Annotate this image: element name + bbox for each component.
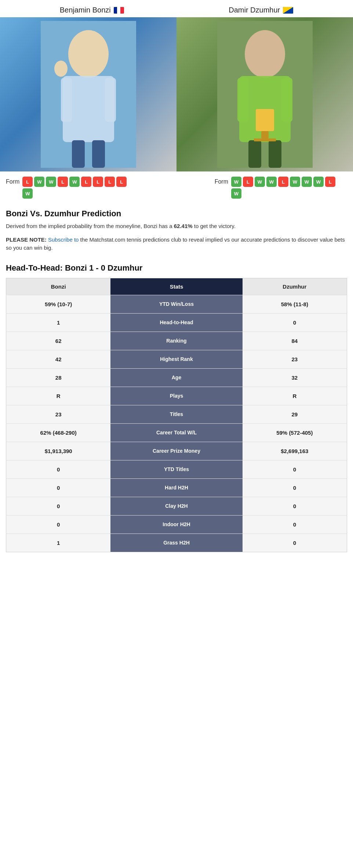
stat-label: Career Prize Money (110, 442, 242, 460)
dzumhur-value: 29 (243, 405, 347, 423)
stat-label: Ranking (110, 332, 242, 350)
dzumhur-value: 0 (243, 460, 347, 478)
form-badge: L (105, 177, 115, 187)
svg-point-9 (245, 30, 285, 78)
table-row: 1Head-to-Head0 (6, 313, 347, 332)
dzumhur-value: $2,699,163 (243, 442, 347, 460)
table-row: 62Ranking84 (6, 332, 347, 350)
stat-label: Plays (110, 387, 242, 405)
stats-table: Bonzi Stats Dzumhur 59% (10-7)YTD Win/Lo… (6, 278, 347, 552)
form-badge: L (325, 177, 335, 187)
form-badge: W (313, 177, 324, 187)
note-prefix: PLEASE NOTE: (6, 236, 48, 243)
bonzi-value: 28 (6, 368, 111, 387)
stat-label: Hard H2H (110, 478, 242, 497)
player1-form-group: Form LWWLWLLLLW (6, 177, 138, 199)
stat-label: Head-to-Head (110, 313, 242, 332)
player2-photo (176, 17, 353, 171)
table-row: 0Hard H2H0 (6, 478, 347, 497)
svg-point-7 (54, 61, 68, 77)
stat-label: YTD Win/Loss (110, 295, 242, 313)
players-header: Benjamin Bonzi Damir Dzumhur (0, 0, 353, 17)
form-badge: W (22, 188, 33, 199)
bonzi-value: 1 (6, 313, 111, 332)
dzumhur-value: R (243, 387, 347, 405)
form-badge: W (266, 177, 277, 187)
svg-rect-4 (105, 78, 116, 122)
stat-label: Career Total W/L (110, 423, 242, 442)
table-row: 42Highest Rank23 (6, 350, 347, 368)
form-badge: W (231, 177, 241, 187)
svg-rect-17 (254, 138, 276, 141)
dzumhur-value: 84 (243, 332, 347, 350)
form-badge: W (255, 177, 265, 187)
dzumhur-value: 0 (243, 534, 347, 552)
table-header-stats: Stats (110, 278, 242, 295)
svg-rect-11 (237, 78, 248, 122)
player2-name: Damir Dzumhur (229, 6, 280, 14)
stat-label: Age (110, 368, 242, 387)
bonzi-value: R (6, 387, 111, 405)
table-row: 0Clay H2H0 (6, 497, 347, 515)
dzumhur-value: 58% (11-8) (243, 295, 347, 313)
subscribe-link[interactable]: Subscribe to (48, 236, 79, 243)
bonzi-value: 62% (468-290) (6, 423, 111, 442)
svg-rect-5 (72, 140, 85, 168)
stat-label: Indoor H2H (110, 515, 242, 534)
h2h-section: Head-To-Head: Bonzi 1 - 0 Dzumhur Bonzi … (0, 257, 353, 555)
stat-label: YTD Titles (110, 460, 242, 478)
form-badge: W (69, 177, 80, 187)
prediction-text: Derived from the implied probability fro… (6, 222, 347, 231)
prediction-text-suffix: to get the victory. (193, 223, 236, 229)
stat-label: Titles (110, 405, 242, 423)
table-header-bonzi: Bonzi (6, 278, 111, 295)
table-header-dzumhur: Dzumhur (243, 278, 347, 295)
form-badge: L (93, 177, 103, 187)
form-badge: L (278, 177, 288, 187)
form-badge: W (290, 177, 300, 187)
player2-header: Damir Dzumhur (229, 6, 293, 14)
prediction-title: Bonzi Vs. Dzumhur Prediction (6, 209, 347, 218)
form-badge: W (34, 177, 44, 187)
bonzi-value: 0 (6, 515, 111, 534)
form-badge: L (81, 177, 91, 187)
dzumhur-value: 32 (243, 368, 347, 387)
form-badge: L (243, 177, 253, 187)
player2-flag (283, 7, 293, 14)
stat-label: Grass H2H (110, 534, 242, 552)
player1-form-badges: LWWLWLLLLW (22, 177, 138, 199)
note-text: PLEASE NOTE: Subscribe to the Matchstat.… (6, 236, 347, 252)
player2-form-group: Form WLWWLWWWLW (215, 177, 347, 199)
player1-form-label: Form (6, 177, 19, 187)
svg-rect-13 (248, 140, 261, 168)
form-badge: L (22, 177, 33, 187)
svg-rect-14 (269, 140, 281, 168)
table-row: 0YTD Titles0 (6, 460, 347, 478)
table-row: 23Titles29 (6, 405, 347, 423)
dzumhur-value: 0 (243, 497, 347, 515)
svg-rect-12 (281, 78, 292, 122)
dzumhur-value: 23 (243, 350, 347, 368)
svg-rect-16 (261, 131, 269, 138)
svg-rect-15 (256, 109, 274, 131)
stat-label: Highest Rank (110, 350, 242, 368)
bonzi-value: 1 (6, 534, 111, 552)
dzumhur-value: 0 (243, 515, 347, 534)
player1-header: Benjamin Bonzi (60, 6, 124, 14)
bonzi-value: 0 (6, 478, 111, 497)
svg-rect-6 (92, 140, 105, 168)
form-badge: L (58, 177, 68, 187)
bonzi-value: 42 (6, 350, 111, 368)
dzumhur-value: 0 (243, 478, 347, 497)
table-row: 62% (468-290)Career Total W/L59% (572-40… (6, 423, 347, 442)
table-row: 0Indoor H2H0 (6, 515, 347, 534)
stat-label: Clay H2H (110, 497, 242, 515)
prediction-section: Bonzi Vs. Dzumhur Prediction Derived fro… (0, 202, 353, 257)
player1-name: Benjamin Bonzi (60, 6, 111, 14)
bonzi-value: 23 (6, 405, 111, 423)
photos-row (0, 17, 353, 171)
bonzi-value: 59% (10-7) (6, 295, 111, 313)
bonzi-value: 0 (6, 497, 111, 515)
form-badge: W (231, 188, 241, 199)
form-badge: L (116, 177, 127, 187)
